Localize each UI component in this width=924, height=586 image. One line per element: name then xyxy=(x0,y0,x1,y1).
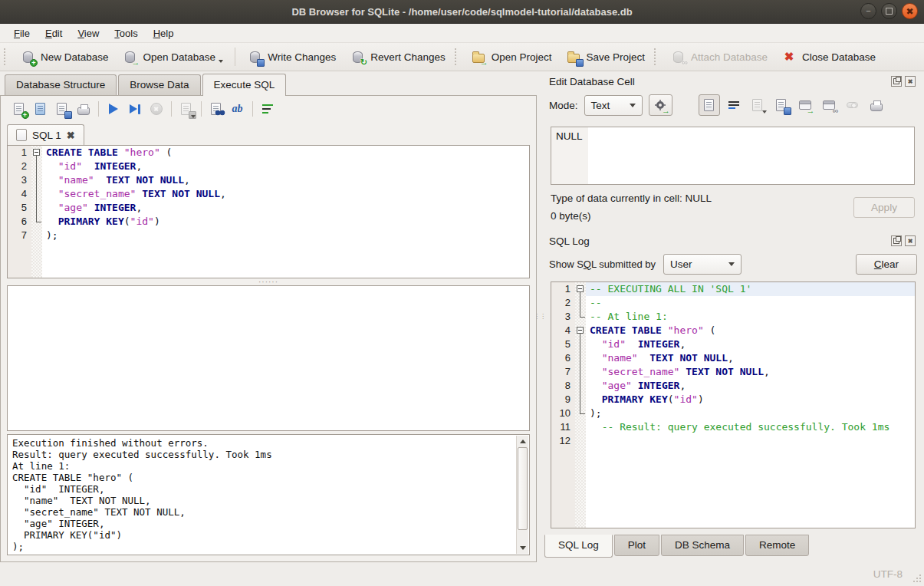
minimize-button[interactable]: − xyxy=(860,3,876,19)
float-dock-icon[interactable] xyxy=(891,76,902,87)
save-sql-file-button[interactable] xyxy=(51,99,72,120)
import-settings-button[interactable]: → xyxy=(649,94,672,116)
print-sql-button[interactable] xyxy=(73,99,94,120)
code-segment: ( xyxy=(704,324,716,336)
tab-browse-data[interactable]: Browse Data xyxy=(118,74,200,95)
new-database-button[interactable]: +New Database xyxy=(13,46,116,67)
cell-info-row: Type of data currently in cell: NULL 0 b… xyxy=(543,185,917,225)
close-database-button[interactable]: ✖Close Database xyxy=(774,46,883,67)
code-segment xyxy=(638,352,650,364)
close-tab-icon[interactable]: ✖ xyxy=(67,130,75,140)
save-project-button[interactable]: Save Project xyxy=(559,46,653,67)
export-to-file-button[interactable] xyxy=(771,95,791,115)
tab-sql-log[interactable]: SQL Log xyxy=(544,535,613,558)
revert-changes-button[interactable]: ↻Revert Changes xyxy=(343,46,452,67)
code-segment: PRIMARY KEY xyxy=(602,393,668,405)
line-number: 3 xyxy=(551,310,575,324)
auto-format-icon: ab xyxy=(230,101,245,117)
copy-link-button[interactable]: ∞ xyxy=(819,95,839,115)
line-number: 1 xyxy=(8,146,31,160)
clear-button[interactable]: Clear xyxy=(856,254,917,275)
execute-current-line-button[interactable] xyxy=(124,99,145,120)
scrollbar-thumb[interactable] xyxy=(518,447,528,530)
sql-editor[interactable]: 1CREATE TABLE "hero" (2 "id" INTEGER,3 "… xyxy=(7,145,530,278)
auto-format-button[interactable]: ab xyxy=(227,99,248,120)
open-database-button[interactable]: →Open Database xyxy=(116,46,231,67)
menu-tools[interactable]: Tools xyxy=(107,25,145,41)
editor-results-splitter[interactable] xyxy=(1,278,536,285)
new-sql-tab-button[interactable]: + xyxy=(8,99,29,120)
fold-margin xyxy=(575,393,586,407)
menubar: FileEditViewToolsHelp xyxy=(0,24,924,43)
code-line: 3-- At line 1: xyxy=(551,310,915,324)
close-button[interactable]: ✖ xyxy=(902,3,918,19)
results-scrollbar[interactable] xyxy=(516,436,528,554)
open-sql-file-button[interactable] xyxy=(30,99,51,120)
fold-line xyxy=(580,413,585,414)
code-segment: "id" xyxy=(58,160,82,172)
dropdown-caret-icon xyxy=(191,115,196,118)
toolbar-handle[interactable] xyxy=(4,48,11,65)
toolbar-handle[interactable] xyxy=(654,48,661,65)
code-text: "secret_name" TEXT NOT NULL, xyxy=(586,365,915,379)
vertical-splitter[interactable] xyxy=(537,71,543,562)
revert-changes-label: Revert Changes xyxy=(370,51,446,63)
bottom-tab-bar: SQL LogPlotDB SchemaRemote xyxy=(543,535,917,562)
code-line: 1CREATE TABLE "hero" ( xyxy=(8,146,529,160)
code-text: PRIMARY KEY("id") xyxy=(42,215,529,229)
fold-collapse-icon[interactable] xyxy=(33,149,40,156)
fold-line xyxy=(36,160,37,173)
open-project-button[interactable]: →Open Project xyxy=(464,46,559,67)
menu-view[interactable]: View xyxy=(70,25,107,41)
menu-help[interactable]: Help xyxy=(146,25,182,41)
tab-execute-sql[interactable]: Execute SQL xyxy=(202,74,287,96)
results-message-pane[interactable]: Execution finished without errors. Resul… xyxy=(7,434,530,555)
toolbar-separator xyxy=(98,101,99,117)
toolbar-handle[interactable] xyxy=(455,48,462,65)
sql-document-tab[interactable]: SQL 1 ✖ xyxy=(7,124,84,145)
log-filter-combobox[interactable]: User xyxy=(663,254,742,275)
menu-edit[interactable]: Edit xyxy=(38,25,70,41)
dropdown-caret-icon[interactable] xyxy=(219,60,223,63)
execute-all-button[interactable] xyxy=(103,99,123,120)
dock-buttons: ✖ xyxy=(891,235,916,246)
execute-current-line-icon xyxy=(127,101,143,117)
print-cell-button[interactable] xyxy=(866,95,886,115)
text-view-button[interactable] xyxy=(699,94,720,116)
fold-margin xyxy=(31,160,42,173)
maximize-button[interactable] xyxy=(881,3,897,19)
fold-collapse-icon[interactable] xyxy=(577,327,584,334)
mode-combobox[interactable]: Text xyxy=(584,95,643,116)
menu-file[interactable]: File xyxy=(6,25,38,41)
toggle-comment-button[interactable] xyxy=(257,99,278,120)
open-in-external-button[interactable]: → xyxy=(795,95,815,115)
write-changes-button[interactable]: Write Changes xyxy=(240,46,343,67)
code-segment: , xyxy=(679,380,686,391)
scroll-up-icon[interactable] xyxy=(517,436,528,447)
float-dock-icon[interactable] xyxy=(891,235,902,246)
code-segment: ) xyxy=(154,216,160,227)
sql-log-editor[interactable]: 1-- EXECUTING ALL IN 'SQL 1'2--3-- At li… xyxy=(551,281,916,528)
cell-editor[interactable]: NULL xyxy=(551,127,915,185)
scroll-down-icon[interactable] xyxy=(517,542,528,554)
tab-plot[interactable]: Plot xyxy=(614,535,659,556)
close-dock-icon[interactable]: ✖ xyxy=(905,235,916,246)
titlebar[interactable]: DB Browser for SQLite - /home/user/code/… xyxy=(0,0,924,24)
line-number: 8 xyxy=(551,379,575,393)
tab-database-structure[interactable]: Database Structure xyxy=(5,74,117,95)
code-text: "age" INTEGER, xyxy=(586,379,915,393)
fold-collapse-icon[interactable] xyxy=(577,285,584,292)
line-number: 7 xyxy=(551,365,575,379)
scrollbar-track[interactable] xyxy=(517,530,528,542)
code-segment xyxy=(82,160,94,172)
code-segment: , xyxy=(136,160,142,172)
results-grid-pane[interactable] xyxy=(7,285,530,431)
tab-remote[interactable]: Remote xyxy=(745,535,809,556)
tab-db-schema[interactable]: DB Schema xyxy=(661,535,744,556)
find-in-sql-button[interactable] xyxy=(206,99,226,120)
resize-grip[interactable] xyxy=(913,574,921,582)
main-tab-bar: Database StructureBrowse DataExecute SQL xyxy=(0,71,537,95)
stop-execution-icon: ✖ xyxy=(149,101,164,117)
word-wrap-button[interactable] xyxy=(724,95,744,115)
close-dock-icon[interactable]: ✖ xyxy=(905,76,916,87)
